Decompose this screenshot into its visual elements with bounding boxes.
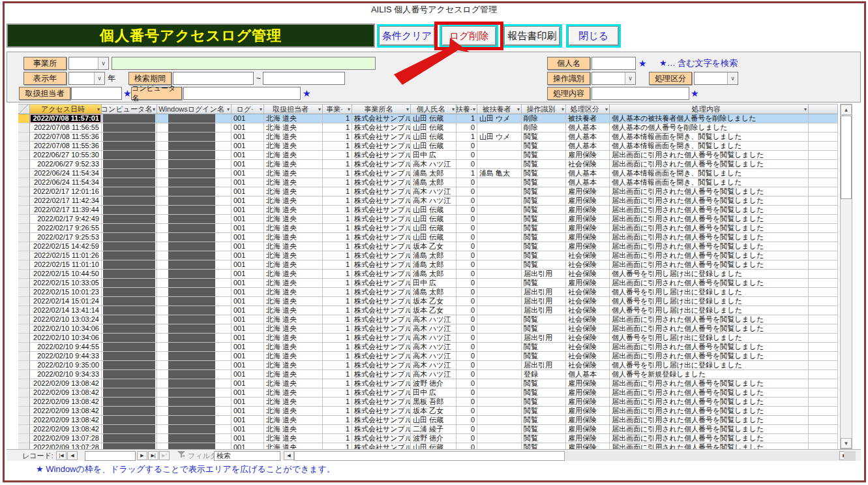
process-category-select[interactable]: ∨ — [694, 72, 738, 85]
filter-arrow-icon[interactable]: ▾ — [605, 106, 608, 112]
filter-arrow-icon[interactable]: ▾ — [804, 106, 807, 112]
table-row[interactable]: 2022/02/14 15:01:24001北海 道央1株式会社サンプル坂本 乙… — [18, 297, 838, 306]
table-row[interactable]: 2022/06/27 9:52:33001北海 道央1株式会社サンプル高木 ハツ… — [18, 160, 838, 169]
table-row[interactable]: 2022/02/17 9:25:53001北海 道央1株式会社サンプル山田 伝蔵… — [18, 233, 838, 242]
row-selector[interactable] — [18, 215, 30, 224]
table-row[interactable]: 2022/02/17 11:42:34001北海 道央1株式会社サンプル高木 ハ… — [18, 196, 838, 206]
row-selector[interactable] — [18, 306, 30, 315]
table-row[interactable]: 2022/06/24 11:54:34001北海 道央1株式会社サンプル浦島 太… — [18, 178, 838, 187]
row-selector[interactable] — [18, 398, 30, 407]
condition-clear-button[interactable]: 条件クリア — [379, 26, 435, 46]
previous-record-icon[interactable]: ◀ — [67, 451, 78, 460]
close-button[interactable]: 閉じる — [568, 26, 619, 46]
row-selector[interactable] — [18, 142, 30, 151]
column-header[interactable]: 処理区分▾ — [566, 104, 610, 114]
search-input[interactable]: 検索 — [214, 451, 280, 461]
row-selector[interactable] — [18, 187, 30, 196]
chevron-down-icon[interactable]: ∨ — [98, 57, 108, 69]
table-row[interactable]: 2022/02/10 9:34:33001北海 道央1株式会社サンプル高木 ハツ… — [18, 370, 838, 379]
row-selector[interactable] — [18, 196, 30, 206]
column-header[interactable]: 取扱担当者▾ — [264, 104, 323, 114]
table-row[interactable]: 2022/02/15 10:44:50001北海 道央1株式会社サンプル浦島 太… — [18, 270, 838, 279]
record-count-box[interactable] — [85, 451, 136, 461]
filter-arrow-icon[interactable]: ▾ — [473, 106, 475, 112]
row-selector[interactable] — [18, 160, 30, 169]
column-header[interactable]: 被扶養者▾ — [477, 104, 522, 114]
filter-arrow-icon[interactable]: ▾ — [452, 106, 455, 112]
row-selector[interactable] — [18, 425, 30, 434]
table-row[interactable]: 2022/02/09 13:07:28001北海 道央1株式会社サンプル波野 徳… — [18, 434, 838, 443]
table-row[interactable]: 2022/02/15 11:01:10001北海 道央1株式会社サンプル浦島 太… — [18, 260, 838, 270]
row-selector[interactable] — [18, 251, 30, 260]
filter-arrow-icon[interactable]: ▾ — [406, 106, 409, 112]
table-row[interactable]: 2022/02/09 13:08:42001北海 道央1株式会社サンプル波野 徳… — [18, 379, 838, 388]
chevron-down-icon[interactable]: ∨ — [625, 72, 635, 84]
table-row[interactable]: 2022/07/08 11:55:36001北海 道央1株式会社サンプル山田 伝… — [18, 142, 838, 151]
row-selector[interactable] — [18, 388, 30, 398]
table-row[interactable]: 2022/02/09 13:07:28001北海 道央1株式会社サンプル山田 伝… — [18, 443, 838, 449]
table-row[interactable]: 2022/02/10 9:35:00001北海 道央1株式会社サンプル高木 ハツ… — [18, 361, 838, 370]
row-selector[interactable] — [18, 443, 30, 449]
report-print-button[interactable]: 報告書印刷 — [504, 26, 560, 46]
table-row[interactable]: 2022/02/17 9:42:49001北海 道央1株式会社サンプル山田 伝蔵… — [18, 215, 838, 224]
search-period-to-input[interactable] — [263, 72, 345, 85]
column-header[interactable]: 処理内容▾ — [610, 104, 809, 114]
row-selector[interactable] — [18, 324, 30, 334]
table-row[interactable]: 2022/06/24 11:54:34001北海 道央1株式会社サンプル浦島 太… — [18, 169, 838, 178]
table-row[interactable]: 2022/06/27 10:55:30001北海 道央1株式会社サンプル田中 広… — [18, 151, 838, 160]
column-header[interactable]: 扶養·▾ — [456, 104, 477, 114]
column-header[interactable]: 操作識別▾ — [522, 104, 566, 114]
filter-arrow-icon[interactable]: ▾ — [517, 106, 520, 112]
last-record-icon[interactable]: ▶| — [148, 451, 158, 460]
column-header[interactable]: 個人氏名▾ — [411, 104, 456, 114]
chevron-down-icon[interactable]: ∨ — [727, 72, 738, 84]
table-row[interactable]: 2022/02/15 14:42:59001北海 道央1株式会社サンプル坂本 乙… — [18, 242, 838, 251]
table-row[interactable]: 2022/02/15 10:33:05001北海 道央1株式会社サンプル田中 広… — [18, 279, 838, 288]
row-selector[interactable] — [18, 233, 30, 242]
table-row[interactable]: 2022/02/10 13:03:24001北海 道央1株式会社サンプル高木 ハ… — [18, 315, 838, 324]
new-record-icon[interactable]: ▶* — [159, 451, 170, 460]
chevron-down-icon[interactable]: ∨ — [94, 72, 104, 84]
row-selector[interactable] — [18, 434, 30, 443]
horizontal-scrollbar-thumb[interactable] — [294, 451, 565, 461]
hscroll-left-icon[interactable]: ◀ — [284, 451, 294, 460]
row-selector[interactable] — [18, 242, 30, 251]
select-all-corner[interactable] — [18, 104, 30, 114]
row-selector[interactable] — [18, 224, 30, 233]
row-selector[interactable] — [18, 352, 30, 361]
computer-name-input[interactable] — [183, 87, 301, 100]
table-row[interactable]: 2022/07/08 11:56:55001北海 道央1株式会社サンプル山田 伝… — [18, 123, 838, 133]
row-selector[interactable] — [18, 270, 30, 279]
table-row[interactable]: 2022/02/09 13:08:42001北海 道央1株式会社サンプル二浦 綾… — [18, 425, 838, 434]
row-selector[interactable] — [18, 114, 30, 123]
table-row[interactable]: 2022/02/14 13:41:14001北海 道央1株式会社サンプル坂本 乙… — [18, 306, 838, 315]
row-selector[interactable] — [18, 361, 30, 370]
table-row[interactable]: 2022/02/09 13:08:42001北海 道央1株式会社サンプル山田 伝… — [18, 416, 838, 425]
table-row[interactable]: 2022/02/15 11:01:26001北海 道央1株式会社サンプル浦島 太… — [18, 251, 838, 260]
row-selector[interactable] — [18, 343, 30, 352]
row-selector[interactable] — [18, 334, 30, 343]
vertical-scrollbar[interactable]: ▲ ▼ — [840, 104, 852, 449]
row-selector[interactable] — [18, 407, 30, 416]
table-row[interactable]: 2022/02/09 13:08:42001北海 道央1株式会社サンプル黒板 吾… — [18, 398, 838, 407]
person-name-input[interactable] — [591, 57, 636, 70]
row-selector[interactable] — [18, 206, 30, 215]
column-header[interactable]: Windowsログイン名▾ — [157, 104, 232, 114]
table-row[interactable]: 2022/02/17 12:01:16001北海 道央1株式会社サンプル高木 ハ… — [18, 187, 838, 196]
row-selector[interactable] — [18, 123, 30, 133]
column-header[interactable]: 事業·▾ — [323, 104, 352, 114]
vertical-scrollbar-thumb[interactable] — [841, 116, 852, 199]
row-selector[interactable] — [18, 151, 30, 160]
office-name-field[interactable] — [112, 57, 376, 70]
display-year-select[interactable]: ∨ — [68, 72, 105, 85]
filter-arrow-icon[interactable]: ▾ — [153, 106, 155, 112]
row-selector[interactable] — [18, 260, 30, 270]
log-delete-button[interactable]: ログ削除 — [441, 26, 496, 46]
row-selector[interactable] — [18, 297, 30, 306]
next-record-icon[interactable]: ▶ — [137, 451, 147, 460]
office-select[interactable]: ∨ — [68, 57, 109, 70]
table-row[interactable]: 2022/02/10 9:44:33001北海 道央1株式会社サンプル高木 ハツ… — [18, 352, 838, 361]
table-row[interactable]: 2022/07/08 11:57:01001北海 道央1株式会社サンプル山田 伝… — [18, 114, 838, 123]
search-period-from-input[interactable] — [173, 72, 254, 85]
row-selector[interactable] — [18, 169, 30, 178]
